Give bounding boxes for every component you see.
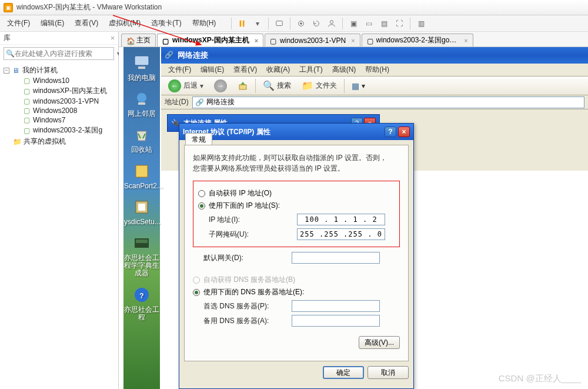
nc-menu-view[interactable]: 查看(V) — [229, 64, 262, 76]
desktop-scanport[interactable]: ScanPort2... — [124, 161, 159, 190]
toolbar-dropdown-icon[interactable]: ▾ — [250, 17, 265, 30]
radio-auto-dns: 自动获得 DNS 服务器地址(B) — [193, 275, 400, 285]
network-icon: 🔗 — [165, 51, 174, 60]
tab-close-icon[interactable]: × — [464, 37, 467, 44]
address-input[interactable]: 🔗 网络连接 — [192, 97, 584, 108]
subnet-mask-input[interactable]: 255 .255 .255 . 0 — [297, 228, 385, 240]
desktop-ysdic[interactable]: ysdicSetu... — [124, 197, 159, 226]
thumbnail-icon[interactable]: ▤ — [377, 17, 391, 30]
app-titlebar: ▣ windowsXP-国内某主机 - VMware Workstation — [0, 0, 588, 15]
radio-manual-ip[interactable]: 使用下面的 IP 地址(S): — [198, 201, 395, 211]
radio-manual-dns[interactable]: 使用下面的 DNS 服务器地址(E): — [193, 287, 400, 297]
desktop-my-computer[interactable]: 我的电脑 — [128, 53, 156, 82]
tab-close-icon[interactable]: × — [255, 37, 258, 44]
vm-icon: ▢ — [367, 37, 373, 44]
svg-text:?: ? — [139, 292, 143, 300]
snapshot-icon[interactable] — [294, 17, 308, 30]
pause-button[interactable] — [235, 17, 249, 30]
search-button[interactable]: 🔍搜索 — [259, 79, 295, 92]
svg-rect-0 — [240, 20, 242, 26]
vm-icon: ▢ — [22, 97, 31, 105]
dns1-label: 首选 DNS 服务器(P): — [203, 301, 292, 311]
tree-item[interactable]: ▢windows2003-1-VPN — [4, 97, 115, 106]
cancel-button[interactable]: 取消 — [368, 366, 409, 379]
gateway-input[interactable] — [292, 252, 380, 264]
tree-item[interactable]: ▢windowsXP-国内某主机 — [4, 85, 115, 97]
address-bar: 地址(D) 🔗 网络连接 — [161, 95, 588, 109]
advanced-button[interactable]: 高级(V)... — [359, 336, 400, 349]
tree-item[interactable]: ▢windows2003-2-某国g — [4, 125, 115, 136]
tree-root-mycomputer[interactable]: − 🖥 我的计算机 — [4, 65, 115, 76]
library-sidebar: 库 × 🔍 ▾ − 🖥 我的计算机 ▢Windows10 ▢windowsXP-… — [0, 32, 119, 389]
vm-icon: ▢ — [22, 116, 31, 124]
desktop-network[interactable]: 网上邻居 — [128, 89, 156, 118]
nc-menu-file[interactable]: 文件(F) — [163, 64, 196, 76]
xp-desktop: 我的电脑 网上邻居 回收站 ScanPort2... ysdicSetu... … — [123, 47, 160, 389]
network-icon: 🔗 — [195, 98, 204, 107]
tree-item[interactable]: ▢Windows2008 — [4, 106, 115, 115]
menu-edit[interactable]: 编辑(E) — [36, 16, 69, 30]
fullscreen-icon[interactable]: ⛶ — [392, 17, 406, 30]
svg-line-6 — [113, 15, 201, 45]
mask-label: 子网掩码(U): — [209, 230, 297, 240]
desktop-recycle[interactable]: 回收站 — [131, 125, 152, 154]
svg-rect-10 — [138, 102, 145, 105]
svg-rect-7 — [135, 56, 149, 65]
folder-icon: 📁 — [13, 138, 21, 146]
nc-titlebar[interactable]: 🔗 网络连接 — [161, 47, 588, 64]
ip-label: IP 地址(I): — [209, 215, 297, 225]
vm-area: 🏠主页 ▢windowsXP-国内某主机× ▢windows2003-1-VPN… — [119, 32, 588, 389]
tree-shared[interactable]: 📁共享的虚拟机 — [4, 136, 115, 147]
library-tree: − 🖥 我的计算机 ▢Windows10 ▢windowsXP-国内某主机 ▢w… — [0, 62, 118, 149]
svg-point-4 — [300, 22, 303, 25]
manage-icon[interactable] — [325, 17, 339, 30]
dns2-input[interactable] — [292, 315, 380, 327]
ok-button[interactable]: 确定 — [323, 366, 364, 379]
desktop-help[interactable]: ?亦思社会工程 — [124, 285, 159, 321]
tree-item[interactable]: ▢Windows10 — [4, 76, 115, 85]
nc-menu-fav[interactable]: 收藏(A) — [262, 64, 295, 76]
dialog-help-button[interactable]: ? — [385, 127, 396, 137]
svg-rect-2 — [276, 21, 283, 25]
library-search-input[interactable] — [4, 47, 114, 60]
menu-file[interactable]: 文件(F) — [2, 16, 35, 30]
nc-menu-adv[interactable]: 高级(N) — [328, 64, 361, 76]
fit-icon[interactable]: ▣ — [346, 17, 360, 30]
tcpip-panel: 如果网络支持此功能，则可以获取自动指派的 IP 设置。否则，您需要从网络系统管理… — [184, 145, 409, 361]
tcpip-titlebar[interactable]: Internet 协议 (TCP/IP) 属性 ? × — [179, 124, 413, 140]
tab-vm[interactable]: ▢windows2003-1-VPN× — [265, 34, 360, 46]
tree-item[interactable]: ▢Windows7 — [4, 115, 115, 125]
folders-button[interactable]: 📁文件夹 — [298, 79, 340, 92]
vm-icon: ▢ — [22, 107, 31, 115]
menu-view[interactable]: 查看(V) — [70, 16, 103, 30]
svg-point-9 — [137, 93, 146, 102]
forward-button[interactable]: → — [211, 78, 230, 94]
svg-rect-11 — [136, 165, 148, 177]
radio-auto-ip[interactable]: 自动获得 IP 地址(O) — [198, 188, 395, 198]
ip-settings-highlight: 自动获得 IP 地址(O) 使用下面的 IP 地址(S): IP 地址(I):1… — [193, 181, 400, 247]
send-cad-icon[interactable] — [272, 17, 286, 30]
up-button[interactable] — [234, 79, 252, 92]
back-button[interactable]: ←后退▾ — [165, 78, 207, 94]
computer-icon: 🖥 — [12, 67, 20, 75]
nc-menu-edit[interactable]: 编辑(E) — [196, 64, 229, 76]
dns1-input[interactable] — [292, 300, 380, 312]
tab-general[interactable]: 常规 — [185, 133, 212, 145]
revert-icon[interactable] — [309, 17, 323, 30]
dialog-close-button[interactable]: × — [398, 127, 410, 137]
unity-icon[interactable]: ▭ — [362, 17, 376, 30]
svg-rect-1 — [243, 20, 245, 26]
tcpip-description: 如果网络支持此功能，则可以获取自动指派的 IP 设置。否则，您需要从网络系统管理… — [193, 152, 400, 174]
vmware-logo-icon: ▣ — [4, 3, 13, 12]
nc-menu-tools[interactable]: 工具(T) — [295, 64, 327, 76]
watermark: CSDN @正经人____ — [499, 373, 581, 384]
ip-address-input[interactable]: 100 . 1 . 1 . 2 — [297, 214, 385, 225]
nc-menu-help[interactable]: 帮助(H) — [360, 64, 394, 76]
views-button[interactable]: ▦▾ — [348, 80, 369, 92]
tab-vm[interactable]: ▢windows2003-2-某国google...× — [362, 34, 473, 46]
library-icon[interactable]: ▥ — [414, 17, 428, 30]
dns2-label: 备用 DNS 服务器(A): — [203, 316, 292, 326]
svg-rect-13 — [138, 204, 145, 211]
tab-close-icon[interactable]: × — [351, 37, 355, 44]
desktop-dictgen[interactable]: 亦思社会工程学字典生成器 — [124, 233, 159, 278]
